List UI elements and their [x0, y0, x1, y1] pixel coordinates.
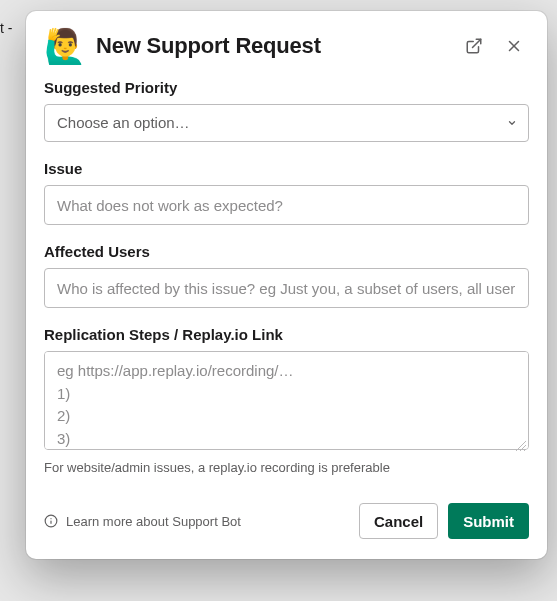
replication-field: Replication Steps / Replay.io Link For w…	[44, 326, 529, 475]
affected-users-label: Affected Users	[44, 243, 529, 260]
replication-textarea[interactable]	[44, 351, 529, 450]
priority-select-wrap: Choose an option…	[44, 104, 529, 142]
priority-label: Suggested Priority	[44, 79, 529, 96]
learn-more-text: Learn more about Support Bot	[66, 514, 241, 529]
replication-helper-text: For website/admin issues, a replay.io re…	[44, 460, 529, 475]
issue-field: Issue	[44, 160, 529, 225]
issue-label: Issue	[44, 160, 529, 177]
learn-more-link[interactable]: Learn more about Support Bot	[44, 514, 349, 529]
external-link-icon	[465, 37, 483, 55]
issue-input[interactable]	[44, 185, 529, 225]
affected-users-field: Affected Users	[44, 243, 529, 308]
raising-hand-emoji: 🙋‍♂️	[44, 29, 86, 63]
support-request-modal: 🙋‍♂️ New Support Request Suggested Prior…	[26, 11, 547, 559]
priority-select[interactable]: Choose an option…	[44, 104, 529, 142]
affected-users-input[interactable]	[44, 268, 529, 308]
submit-button[interactable]: Submit	[448, 503, 529, 539]
modal-footer: Learn more about Support Bot Cancel Subm…	[26, 491, 547, 559]
priority-field: Suggested Priority Choose an option…	[44, 79, 529, 142]
popout-button[interactable]	[459, 31, 489, 61]
replication-label: Replication Steps / Replay.io Link	[44, 326, 529, 343]
cancel-button[interactable]: Cancel	[359, 503, 438, 539]
modal-body: Suggested Priority Choose an option… Iss…	[26, 71, 547, 491]
header-actions	[459, 31, 529, 61]
svg-line-0	[473, 39, 481, 47]
modal-header: 🙋‍♂️ New Support Request	[26, 11, 547, 71]
info-icon	[44, 514, 58, 528]
close-button[interactable]	[499, 31, 529, 61]
close-icon	[505, 37, 523, 55]
modal-title: New Support Request	[96, 33, 459, 59]
